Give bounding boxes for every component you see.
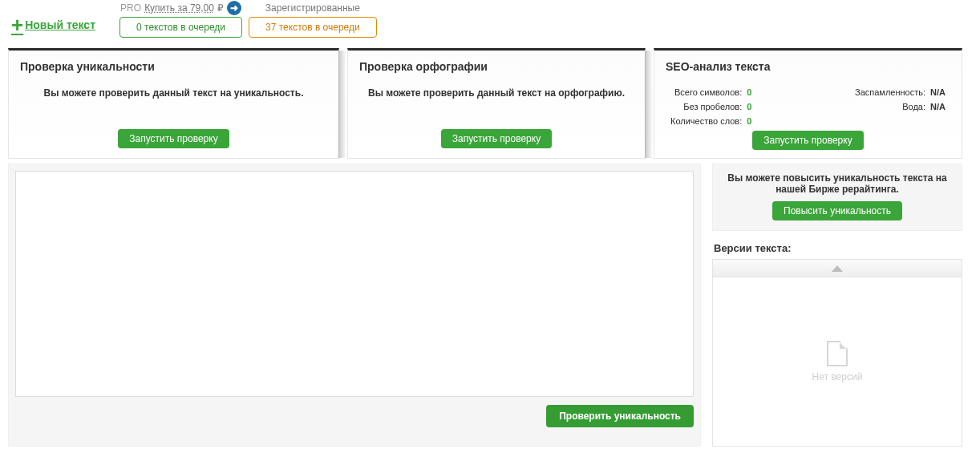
panel-seo-title: SEO-анализ текста [666, 60, 950, 73]
text-editor[interactable] [15, 171, 694, 397]
queue-own-group: PRO Купить за 79,00 ₽ ➜ 0 текстов в очер… [119, 1, 242, 38]
run-spell-button[interactable]: Запустить проверку [441, 129, 552, 148]
panel-seo: SEO-анализ текста Всего символов: 0 Без … [654, 48, 962, 159]
seo-words-label: Количество слов: [670, 116, 742, 126]
seo-water-label: Вода: [902, 102, 925, 111]
pro-arrow-icon[interactable]: ➜ [227, 1, 241, 15]
run-seo-button[interactable]: Запустить проверку [752, 131, 863, 150]
registered-head: Зарегистрированные [265, 1, 360, 15]
seo-nospace-label: Без пробелов: [683, 102, 742, 111]
seo-words-val: 0 [747, 116, 756, 126]
seo-col-left: Всего символов: 0 Без пробелов: 0 Количе… [670, 87, 756, 126]
plus-icon: + [11, 17, 23, 33]
queue-own-badge[interactable]: 0 текстов в очереди [119, 17, 242, 38]
panel-uniq-title: Проверка уникальности [20, 60, 327, 73]
pro-head: PRO Купить за 79,00 ₽ ➜ [120, 1, 241, 15]
seo-total-val: 0 [747, 87, 756, 97]
seo-spam-label: Заспамленность: [855, 87, 925, 97]
chevron-up-icon [832, 265, 843, 272]
no-versions-label: Нет версий [812, 371, 863, 382]
run-uniq-button[interactable]: Запустить проверку [118, 129, 229, 148]
registered-label: Зарегистрированные [265, 2, 360, 14]
top-bar: + Новый текст PRO Купить за 79,00 ₽ ➜ 0 … [0, 0, 980, 42]
check-uniqueness-button[interactable]: Проверить уникальность [546, 405, 694, 427]
editor-area: Проверить уникальность [8, 164, 701, 447]
file-icon [827, 341, 848, 366]
new-text-label: Новый текст [25, 18, 95, 31]
new-text-button[interactable]: + Новый текст [11, 17, 95, 33]
panel-uniq-desc: Вы можете проверить данный текст на уник… [20, 87, 327, 129]
seo-total-label: Всего символов: [674, 87, 742, 97]
promo-text: Вы можете повысить уникальность текста н… [723, 172, 952, 195]
versions-empty: Нет версий [713, 277, 962, 446]
versions-title: Версии текста: [714, 242, 962, 254]
versions-box: Нет версий [712, 259, 962, 447]
mid-row: Проверить уникальность Вы можете повысит… [0, 159, 980, 447]
pro-label: PRO [120, 2, 141, 14]
promo-box: Вы можете повысить уникальность текста н… [712, 164, 962, 231]
panel-spell-desc: Вы можете проверить данный текст на орфо… [359, 87, 634, 129]
seo-grid: Всего символов: 0 Без пробелов: 0 Количе… [666, 87, 950, 131]
seo-water-val: N/A [930, 102, 946, 111]
seo-spam-val: N/A [930, 87, 946, 97]
pro-buy-link[interactable]: Купить за 79,00 [144, 2, 214, 14]
panel-spell-title: Проверка орфографии [359, 60, 634, 73]
panel-uniqueness: Проверка уникальности Вы можете проверит… [8, 48, 339, 159]
promo-button[interactable]: Повысить уникальность [772, 201, 902, 220]
seo-nospace-val: 0 [747, 102, 756, 111]
seo-col-right: Заспамленность: N/A Вода: N/A [855, 87, 946, 126]
panels-row: Проверка уникальности Вы можете проверит… [0, 48, 980, 159]
versions-scroll-up[interactable] [713, 260, 962, 277]
queue-reg-badge[interactable]: 37 текстов в очереди [249, 17, 377, 38]
right-sidebar: Вы можете повысить уникальность текста н… [712, 164, 962, 447]
ruble-icon: ₽ [217, 2, 224, 14]
editor-actions: Проверить уникальность [15, 397, 694, 427]
queue-reg-group: Зарегистрированные 37 текстов в очереди [249, 1, 377, 38]
panel-spelling: Проверка орфографии Вы можете проверить … [347, 48, 646, 159]
